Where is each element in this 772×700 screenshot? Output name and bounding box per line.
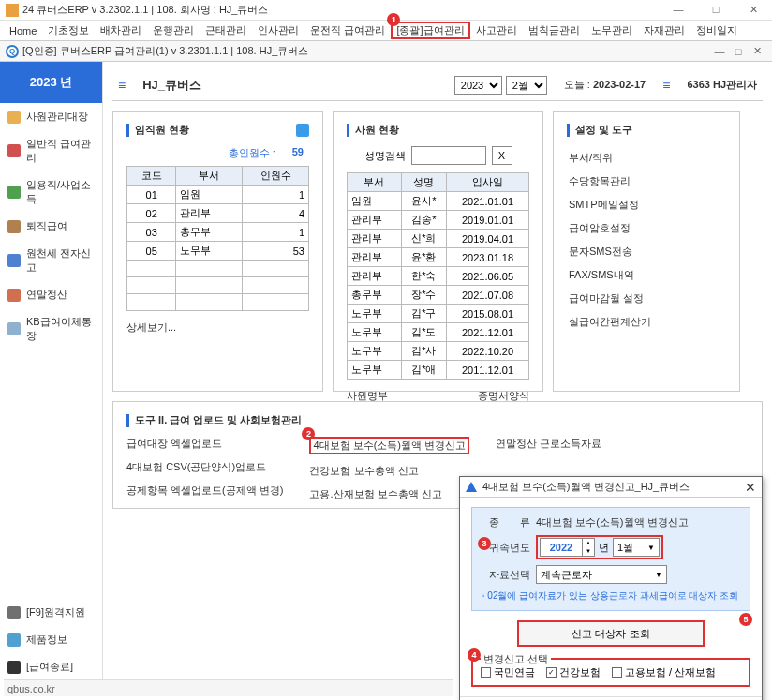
- setting-item-7[interactable]: 실급여간편계산기: [567, 310, 726, 334]
- menu-[종괄]급여관리[interactable]: [종괄]급여관리1: [391, 22, 469, 39]
- year-select[interactable]: 2023: [454, 76, 502, 95]
- check-2[interactable]: 고용보험 / 산재보험: [612, 665, 716, 679]
- menu-운행관리[interactable]: 운행관리: [147, 22, 200, 39]
- menu-범칙금관리[interactable]: 범칙금관리: [523, 22, 586, 39]
- hamburger-icon[interactable]: ≡: [118, 78, 126, 93]
- sidebar-year[interactable]: 2023 년: [0, 62, 102, 103]
- setting-item-2[interactable]: SMTP메일설정: [567, 193, 726, 216]
- table-row[interactable]: 관리부김송*2019.01.01: [348, 211, 529, 230]
- window-maximize[interactable]: □: [703, 4, 729, 16]
- sidebar-item-3[interactable]: 퇴직급여: [0, 213, 102, 240]
- panel-employee-list: 사원 현황 성명검색 X 부서성명입사일임원윤사*2021.01.01관리부김송…: [333, 111, 543, 392]
- sidebar-label: 일반직 급여관리: [26, 137, 95, 165]
- sidebar-item-5[interactable]: 연말정산: [0, 281, 102, 308]
- warning-icon: [466, 482, 477, 492]
- tool-link[interactable]: 4대보험 CSV(공단양식)업로드: [126, 460, 283, 474]
- page-title: HJ_큐버스: [142, 77, 438, 94]
- panel2-title: 사원 현황: [347, 123, 529, 137]
- menu-운전직 급여관리[interactable]: 운전직 급여관리: [304, 22, 391, 39]
- table-row[interactable]: 노무부김*도2021.12.01: [348, 323, 529, 342]
- panel-staff-summary: 임직원 현황 총인원수 : 59 코드부서인원수01임원102관리부403총무부…: [112, 111, 323, 392]
- menu-근태관리[interactable]: 근태관리: [200, 22, 252, 39]
- menu-기초정보[interactable]: 기초정보: [42, 22, 95, 39]
- table-row[interactable]: 노무부김*구2015.08.01: [348, 305, 529, 323]
- table-row[interactable]: 03총무부1: [127, 223, 309, 242]
- check-0[interactable]: 국민연금: [481, 665, 535, 679]
- sidebar-icon: [7, 144, 21, 157]
- tool-link[interactable]: 급여대장 엑셀업로드: [126, 437, 283, 451]
- sidebar-label: 사원관리대장: [26, 110, 88, 124]
- tools-title: 도구 II. 급여 업로드 및 사회보험관리: [126, 413, 749, 427]
- sidebar-bottom-1[interactable]: 제품정보: [0, 626, 102, 653]
- tool-link[interactable]: 건강보험 보수총액 신고: [309, 464, 469, 478]
- sidebar-icon: [7, 220, 21, 233]
- check-1[interactable]: ✓건강보험: [546, 665, 601, 679]
- menu-사고관리[interactable]: 사고관리: [470, 22, 523, 39]
- month-combo[interactable]: 1월▼: [613, 538, 660, 557]
- window-close[interactable]: ✕: [740, 4, 766, 16]
- sidebar-label: 퇴직급여: [26, 219, 67, 233]
- setting-item-5[interactable]: FAX/SMS내역: [567, 263, 726, 287]
- setting-item-1[interactable]: 수당항목관리: [567, 170, 726, 193]
- menu-인사관리[interactable]: 인사관리: [252, 22, 304, 39]
- table-row[interactable]: 01임원1: [127, 186, 309, 204]
- query-targets-button[interactable]: 신고 대상자 조회: [517, 620, 705, 647]
- callout-5: 5: [739, 613, 752, 626]
- sidebar-bottom-0[interactable]: [F9]원격지원: [0, 599, 102, 626]
- table-row[interactable]: 노무부김*애2011.12.01: [348, 361, 529, 380]
- menu-Home[interactable]: Home: [4, 23, 42, 38]
- month-select[interactable]: 2월: [506, 76, 547, 95]
- table-row[interactable]: 관리부한*숙2021.06.05: [348, 267, 529, 286]
- panel1-title: 임직원 현황: [126, 123, 309, 137]
- spin-up[interactable]: ▲: [583, 539, 594, 547]
- statusbar: qbus.co.kr: [4, 679, 453, 696]
- callout-4: 4: [468, 648, 481, 662]
- clear-search-button[interactable]: X: [492, 146, 512, 165]
- tool-link[interactable]: 4대보험 보수(소득)월액 변경신고2: [309, 437, 469, 454]
- window-minimize[interactable]: —: [665, 4, 691, 16]
- table-row[interactable]: 총무부장*수2021.07.08: [348, 286, 529, 305]
- spin-down[interactable]: ▼: [583, 547, 594, 556]
- refresh-icon[interactable]: [296, 124, 309, 137]
- subwin-maximize[interactable]: □: [729, 46, 748, 57]
- check-label: 고용보험 / 산재보험: [625, 665, 716, 679]
- sidebar-item-6[interactable]: KB급여이체통장: [0, 308, 102, 350]
- detail-link[interactable]: 상세보기...: [126, 320, 176, 335]
- dialog-close[interactable]: ✕: [745, 480, 756, 495]
- tool-link[interactable]: 공제항목 엑셀업로드(공제액 변경): [126, 484, 283, 498]
- subwin-close[interactable]: ✕: [748, 45, 766, 57]
- setting-item-0[interactable]: 부서/직위: [567, 146, 726, 170]
- cert-form-link[interactable]: 증명서양식: [478, 389, 529, 403]
- table-row[interactable]: 관리부신*희2019.04.01: [348, 230, 529, 248]
- subwin-minimize[interactable]: —: [710, 46, 729, 57]
- search-input[interactable]: [411, 146, 486, 165]
- year-spinner[interactable]: ▲▼: [540, 538, 595, 557]
- sidebar-item-2[interactable]: 일용직/사업소득: [0, 171, 102, 213]
- menu-정비일지[interactable]: 정비일지: [690, 22, 743, 39]
- setting-item-3[interactable]: 급여암호설정: [567, 216, 726, 240]
- menu-자재관리[interactable]: 자재관리: [638, 22, 690, 39]
- list-icon[interactable]: ≡: [662, 78, 670, 93]
- setting-item-6[interactable]: 급여마감월 설정: [567, 287, 726, 310]
- content-header: ≡ HJ_큐버스 2023 2월 오늘 : 2023-02-17 ≡ 6363 …: [112, 69, 763, 101]
- callout-3: 3: [478, 537, 491, 550]
- employee-list-link[interactable]: 사원명부: [347, 389, 388, 403]
- sidebar-item-1[interactable]: 일반직 급여관리: [0, 130, 102, 171]
- sidebar-item-4[interactable]: 원천세 전자신고: [0, 240, 102, 281]
- type-value: 4대보험 보수(소득)월액 변경신고: [536, 515, 689, 529]
- table-row[interactable]: 02관리부4: [127, 204, 309, 223]
- menu-노무관리[interactable]: 노무관리: [586, 22, 638, 39]
- checkbox-icon: ✓: [546, 667, 557, 678]
- table-row[interactable]: 임원윤사*2021.01.01: [348, 192, 529, 211]
- setting-item-4[interactable]: 문자SMS전송: [567, 240, 726, 263]
- data-combo[interactable]: 계속근로자▼: [536, 565, 667, 584]
- table-row[interactable]: 관리부윤*환2023.01.18: [348, 248, 529, 267]
- year-input[interactable]: [541, 539, 582, 556]
- table-row[interactable]: 05노무부53: [127, 242, 309, 261]
- sidebar-item-0[interactable]: 사원관리대장: [0, 103, 102, 130]
- tool-link[interactable]: 연말정산 근로소득자료: [496, 437, 601, 451]
- sidebar-bottom-2[interactable]: [급여종료]: [0, 653, 102, 680]
- menu-배차관리[interactable]: 배차관리: [95, 22, 147, 39]
- tool-link[interactable]: 고용.산재보험 보수총액 신고: [309, 487, 469, 501]
- table-row[interactable]: 노무부김*사2022.10.20: [348, 342, 529, 361]
